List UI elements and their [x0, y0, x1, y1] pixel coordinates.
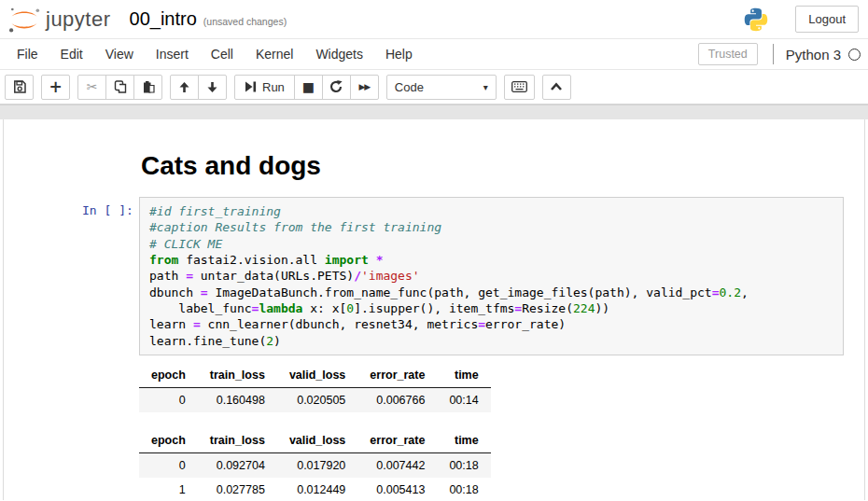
save-button[interactable] — [5, 75, 34, 100]
training-table-2-wrap: epochtrain_lossvalid_losserror_ratetime0… — [139, 428, 864, 500]
column-header: epoch — [139, 428, 198, 453]
copy-cell-button[interactable] — [105, 75, 134, 100]
paste-cell-button[interactable] — [133, 75, 162, 100]
jupyter-logo-text: jupyter — [46, 7, 111, 32]
step-forward-icon — [245, 81, 257, 92]
code-line: #caption Results from the first training — [149, 219, 833, 235]
run-cell-button[interactable]: Run — [234, 75, 295, 100]
table-cell: 0 — [139, 452, 198, 478]
menu-insert[interactable]: Insert — [145, 39, 200, 69]
interrupt-kernel-button[interactable]: ■ — [294, 75, 323, 100]
code-cell: In [ ]: #id first_training#caption Resul… — [4, 197, 864, 355]
markdown-cell[interactable]: Cats and dogs — [4, 151, 864, 197]
table-cell: 0.020505 — [277, 387, 357, 412]
table-cell: 0.092704 — [198, 452, 277, 478]
output-area: epochtrain_lossvalid_losserror_ratetime0… — [139, 363, 864, 500]
code-line: #id first_training — [149, 203, 833, 219]
code-line: path = untar_data(URLs.PETS)/'images' — [149, 268, 833, 284]
move-cell-up-button[interactable] — [170, 75, 199, 100]
table-cell: 0 — [139, 387, 198, 412]
input-prompt: In [ ]: — [82, 197, 139, 355]
table-cell: 0.006766 — [357, 387, 437, 412]
table-cell: 0.160498 — [198, 387, 277, 412]
table-row: 00.1604980.0205050.00676600:14 — [139, 387, 491, 412]
menubar: File Edit View Insert Cell Kernel Widget… — [0, 38, 868, 70]
column-header: train_loss — [198, 363, 277, 388]
copy-icon — [114, 80, 127, 93]
cut-cell-button[interactable]: ✂ — [77, 75, 106, 100]
table-cell: 0.017920 — [277, 452, 357, 478]
restart-run-all-button[interactable]: ▶▶ — [350, 75, 379, 100]
menu-edit[interactable]: Edit — [49, 39, 94, 69]
code-line: learn = cnn_learner(dbunch, resnet34, me… — [149, 316, 833, 332]
jupyter-logo-icon — [7, 5, 41, 35]
table-row: 00.0927040.0179200.00744200:18 — [139, 452, 491, 478]
save-icon — [13, 80, 26, 93]
column-header: valid_loss — [277, 363, 357, 388]
toolbar: + ✂ — [0, 70, 868, 104]
table-cell: 00:18 — [437, 478, 490, 500]
stop-icon: ■ — [302, 80, 315, 93]
table-cell: 00:14 — [437, 387, 490, 412]
arrow-down-icon — [206, 81, 218, 93]
chevron-up-icon — [550, 82, 563, 91]
python-logo-icon — [743, 7, 769, 33]
fast-forward-icon: ▶▶ — [358, 83, 370, 91]
menu-kernel[interactable]: Kernel — [245, 39, 304, 69]
code-line: label_func=lambda x: x[0].isupper(), ite… — [149, 300, 833, 316]
notebook-title[interactable]: 00_intro — [130, 8, 197, 30]
kernel-idle-indicator-icon — [848, 49, 861, 61]
jupyter-logo[interactable]: jupyter — [7, 5, 111, 35]
refresh-icon — [329, 80, 343, 93]
command-palette-button[interactable] — [504, 75, 535, 100]
table-cell: 00:18 — [437, 452, 490, 478]
scissors-icon: ✂ — [87, 80, 98, 93]
code-line: dbunch = ImageDataBunch.from_name_func(p… — [149, 285, 833, 300]
plus-icon: + — [49, 79, 62, 95]
table-row: 10.0277850.0124490.00541300:18 — [139, 478, 491, 500]
keyboard-icon — [511, 81, 527, 92]
code-line: from fastai2.vision.all import * — [149, 252, 833, 268]
checkpoint-status: (unsaved changes) — [203, 16, 287, 27]
toolbar-toggle-button[interactable] — [542, 75, 571, 100]
chevron-down-icon: ▾ — [483, 82, 488, 92]
column-header: time — [437, 428, 490, 453]
code-line: # CLICK ME — [149, 236, 833, 252]
insert-cell-below-button[interactable]: + — [41, 75, 70, 100]
restart-kernel-button[interactable] — [322, 75, 351, 100]
training-results-table: epochtrain_lossvalid_losserror_ratetime0… — [139, 363, 491, 412]
code-input-area[interactable]: #id first_training#caption Results from … — [139, 197, 844, 355]
column-header: epoch — [139, 363, 198, 388]
menubar-divider — [773, 44, 774, 64]
menu-help[interactable]: Help — [374, 39, 424, 69]
table-cell: 1 — [139, 478, 198, 500]
move-cell-down-button[interactable] — [198, 75, 227, 100]
menu-widgets[interactable]: Widgets — [304, 39, 374, 69]
column-header: valid_loss — [277, 428, 357, 453]
menu-file[interactable]: File — [6, 39, 49, 69]
cell-type-value: Code — [395, 80, 424, 94]
cell-type-dropdown[interactable]: Code ▾ — [386, 75, 497, 100]
column-header: error_rate — [357, 363, 437, 388]
column-header: time — [437, 363, 490, 388]
section-heading: Cats and dogs — [141, 151, 844, 181]
arrow-up-icon — [178, 81, 190, 93]
header-bar: jupyter 00_intro (unsaved changes) Logou… — [0, 0, 868, 38]
kernel-name: Python 3 — [786, 47, 841, 63]
run-button-label: Run — [262, 80, 285, 94]
training-table-1-wrap: epochtrain_lossvalid_losserror_ratetime0… — [139, 363, 864, 412]
notebook-container: Cats and dogs In [ ]: #id first_training… — [3, 119, 865, 500]
table-cell: 0.027785 — [198, 478, 277, 500]
menu-cell[interactable]: Cell — [200, 39, 245, 69]
column-header: error_rate — [357, 428, 437, 453]
training-results-table: epochtrain_lossvalid_losserror_ratetime0… — [139, 428, 491, 500]
code-line: learn.fine_tune(2) — [149, 333, 833, 349]
column-header: train_loss — [198, 428, 277, 453]
markdown-prompt — [82, 151, 139, 197]
logout-button[interactable]: Logout — [795, 6, 859, 33]
paste-icon — [142, 80, 155, 93]
table-cell: 0.007442 — [357, 452, 437, 478]
menu-view[interactable]: View — [94, 39, 145, 69]
trusted-button[interactable]: Trusted — [698, 43, 758, 65]
table-cell: 0.012449 — [277, 478, 357, 500]
